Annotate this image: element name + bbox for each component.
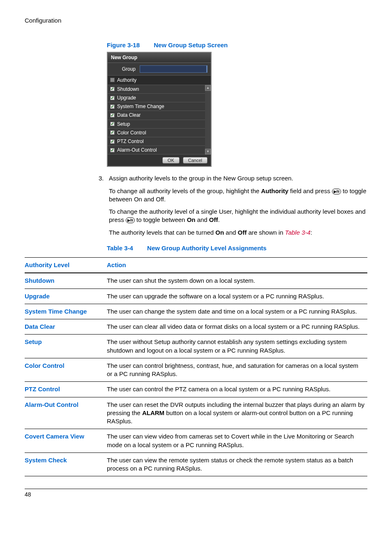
page-number: 48 — [25, 491, 31, 498]
text-bold: Authority — [261, 187, 288, 194]
cancel-button[interactable]: Cancel — [183, 157, 208, 164]
checkbox-icon[interactable] — [110, 130, 115, 135]
text: : — [311, 229, 312, 236]
list-item[interactable]: Setup — [108, 120, 205, 129]
authority-action: The user can control brightness, contras… — [107, 358, 367, 382]
table-row: System CheckThe user can view the remote… — [25, 452, 367, 476]
authority-action: The user can upgrade the software on a l… — [107, 289, 367, 304]
list-item-label: PTZ Control — [117, 138, 144, 145]
step-number: 3. — [99, 174, 109, 237]
table-ref-link[interactable]: Table 3-4 — [285, 229, 311, 236]
authority-action: The user can control the PTZ camera on a… — [107, 382, 367, 397]
list-item[interactable]: Data Clear — [108, 111, 205, 120]
checkbox-icon[interactable] — [110, 87, 115, 91]
table-row: Covert Camera ViewThe user can view vide… — [25, 429, 367, 453]
table-row: Alarm-Out ControlThe user can reset the … — [25, 397, 367, 429]
authority-action: The user can change the system date and … — [107, 304, 367, 319]
play-pause-icon: ▶/II — [126, 217, 135, 223]
list-item[interactable]: Alarm-Out Control — [108, 146, 205, 155]
list-item[interactable]: Upgrade — [108, 94, 205, 102]
authority-label: Authority — [117, 77, 136, 83]
list-item-label: Shutdown — [117, 86, 139, 92]
table-caption: Table 3-4 New Group Authority Level Assi… — [107, 244, 367, 252]
authority-level-name: PTZ Control — [25, 382, 107, 397]
authority-checkbox[interactable] — [110, 78, 115, 82]
scroll-down-icon[interactable]: ▼ — [205, 149, 211, 155]
list-item-label: Alarm-Out Control — [117, 147, 157, 153]
checkbox-icon[interactable] — [110, 104, 115, 109]
table-row: SetupThe user without Setup authority ca… — [25, 335, 367, 358]
checkbox-icon[interactable] — [110, 148, 115, 152]
step-paragraph: To change the authority level of a singl… — [109, 208, 367, 224]
authority-action: The user can reset the DVR outputs inclu… — [107, 397, 367, 429]
step-paragraph: The authority levels that can be turned … — [109, 229, 367, 237]
authority-action: The user can clear all video data or for… — [107, 319, 367, 335]
authority-header[interactable]: Authority — [108, 75, 211, 85]
page-footer: 48 — [25, 489, 367, 499]
text-bold: On — [215, 229, 224, 236]
checkbox-icon[interactable] — [110, 113, 115, 118]
figure-caption: Figure 3-18 New Group Setup Screen — [107, 41, 367, 49]
text-bold: Off — [238, 229, 247, 236]
table-title: New Group Authority Level Assignments — [147, 245, 267, 252]
scroll-up-icon[interactable]: ▲ — [205, 85, 211, 91]
authority-level-name: Upgrade — [25, 289, 107, 304]
col-header-level: Authority Level — [25, 258, 107, 273]
step-paragraph: To change all authority levels of the gr… — [109, 187, 367, 204]
table-row: System Time ChangeThe user can change th… — [25, 304, 367, 319]
authority-level-name: Color Control — [25, 358, 107, 382]
authority-level-name: Covert Camera View — [25, 429, 107, 453]
list-item-label: Color Control — [117, 129, 146, 136]
text: and — [195, 216, 209, 223]
text: The authority levels that can be turned — [109, 229, 215, 236]
section-header: Configuration — [25, 16, 367, 25]
list-item-label: System Time Change — [117, 103, 164, 110]
table-row: Color ControlThe user can control bright… — [25, 358, 367, 382]
authority-table: Authority Level Action ShutdownThe user … — [25, 257, 367, 476]
authority-action: The user can view video from cameras set… — [107, 429, 367, 453]
list-item[interactable]: Color Control — [108, 129, 205, 137]
list-item-label: Setup — [117, 121, 130, 127]
checkbox-icon[interactable] — [110, 139, 115, 144]
list-item[interactable]: Shutdown — [108, 85, 205, 94]
authority-list: Shutdown Upgrade System Time Change Data… — [108, 85, 211, 155]
col-header-action: Action — [107, 258, 367, 273]
play-pause-icon: ▶/II — [332, 189, 341, 194]
text: are shown in — [247, 229, 285, 236]
group-label: Group — [111, 66, 136, 72]
checkbox-icon[interactable] — [110, 96, 115, 100]
authority-level-name: System Time Change — [25, 304, 107, 319]
list-item-label: Data Clear — [117, 112, 141, 118]
checkbox-icon[interactable] — [110, 122, 115, 126]
text: field and press — [288, 187, 332, 194]
new-group-dialog: New Group Group Authority Shutdown Upgra… — [107, 52, 212, 167]
table-row: ShutdownThe user can shut the system dow… — [25, 273, 367, 289]
step-text: Assign authority levels to the group in … — [109, 174, 367, 182]
authority-action: The user can view the remote system stat… — [107, 452, 367, 476]
dialog-title: New Group — [108, 53, 211, 63]
table-label: Table 3-4 — [107, 245, 133, 252]
figure-title: New Group Setup Screen — [154, 42, 228, 48]
group-input[interactable] — [140, 65, 208, 73]
scrollbar[interactable]: ▲ ▼ — [205, 85, 211, 155]
figure-label: Figure 3-18 — [107, 42, 140, 48]
text-bold: On — [187, 216, 196, 223]
text-bold: Off — [209, 216, 218, 223]
list-item[interactable]: PTZ Control — [108, 137, 205, 146]
authority-level-name: Data Clear — [25, 319, 107, 335]
table-row: Data ClearThe user can clear all video d… — [25, 319, 367, 335]
list-item[interactable]: System Time Change — [108, 102, 205, 111]
ok-button[interactable]: OK — [162, 157, 180, 164]
table-row: UpgradeThe user can upgrade the software… — [25, 289, 367, 304]
list-item-label: Upgrade — [117, 95, 136, 101]
authority-level-name: System Check — [25, 452, 107, 476]
table-row: PTZ ControlThe user can control the PTZ … — [25, 382, 367, 397]
authority-action: The user without Setup authority cannot … — [107, 335, 367, 358]
text: . — [218, 216, 220, 223]
authority-level-name: Setup — [25, 335, 107, 358]
text: and — [224, 229, 238, 236]
authority-action: The user can shut the system down on a l… — [107, 273, 367, 289]
text: to toggle between — [135, 216, 187, 223]
authority-level-name: Alarm-Out Control — [25, 397, 107, 429]
text: To change all authority levels of the gr… — [109, 187, 261, 194]
